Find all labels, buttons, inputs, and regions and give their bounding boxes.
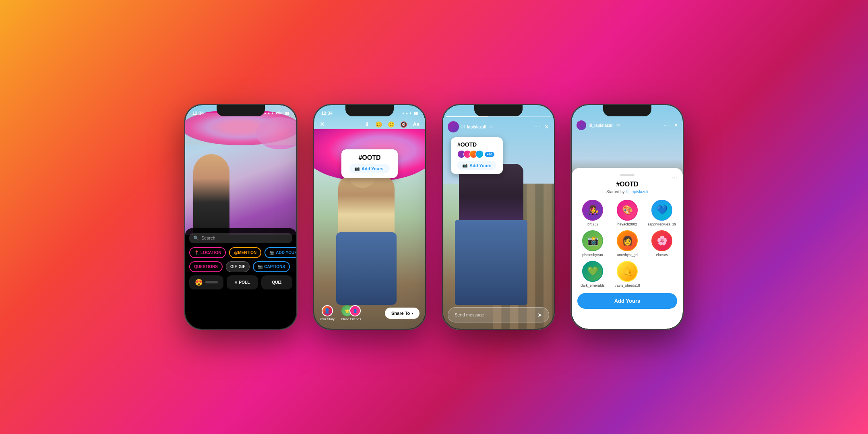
name-travis: travis_shreds18 xyxy=(614,283,640,287)
story-user-info: lil_lapislazuli 3h xyxy=(448,121,493,132)
quiz-label: QUIZ xyxy=(272,280,281,285)
avatar-emoji-5: 👩 xyxy=(622,236,633,246)
send-icon[interactable]: ➤ xyxy=(537,312,542,318)
wifi-icon: WiFi xyxy=(276,111,283,115)
emoji-sticker-icon[interactable]: 😊 xyxy=(375,121,382,128)
modal-handle xyxy=(620,174,634,176)
modal-subtitle-4: Started by lil_lapislazuli xyxy=(577,190,677,194)
close-friends-label: Close Friends xyxy=(341,317,361,321)
add-yours-modal-btn[interactable]: Add Yours xyxy=(577,293,677,309)
camera-icon-3: 📷 xyxy=(462,163,468,168)
sticker-icon[interactable]: 🙂 xyxy=(388,121,395,128)
addyours-sticker[interactable]: 📷 ADD YOURS xyxy=(265,247,296,258)
story-time-3: 3h xyxy=(489,125,493,129)
poll-sticker[interactable]: ≡ POLL xyxy=(227,275,258,289)
participant-5[interactable]: 👩 amethyst_grl xyxy=(612,230,643,257)
participant-4[interactable]: 📸 photosbyean xyxy=(577,230,608,257)
questions-sticker[interactable]: QUESTIONS xyxy=(189,261,223,272)
more-icon-4[interactable]: ··· xyxy=(663,122,671,128)
story-avatar-4 xyxy=(577,120,586,130)
avatar-emoji-7: 💚 xyxy=(587,266,598,277)
avatar-heyach2002: 🎨 xyxy=(617,200,638,221)
text-icon[interactable]: Aa xyxy=(413,121,420,127)
share-to-button[interactable]: Share To › xyxy=(385,308,420,319)
search-bar[interactable]: 🔍 Search xyxy=(189,233,292,243)
name-amethyst: amethyst_grl xyxy=(617,253,638,257)
phone-3: lil_lapislazuli 3h ··· ✕ #OOTD +20 xyxy=(442,104,555,330)
story-toolbar-2: ✕ ⬇ 😊 🙂 🔇 Aa xyxy=(314,118,425,130)
poll-icon: ≡ xyxy=(235,280,238,285)
search-icon: 🔍 xyxy=(193,236,199,241)
progress-fill xyxy=(446,116,488,117)
participant-7[interactable]: 💚 dark_emeralds xyxy=(577,261,608,287)
emoji-sticker[interactable]: 😍 xyxy=(189,275,223,289)
addyours-label: ADD YOURS xyxy=(276,250,296,255)
participant-6[interactable]: 🌸 eloears xyxy=(647,230,677,257)
avatar-emoji-8: 🤙 xyxy=(622,266,633,277)
mention-label: @MENTION xyxy=(234,250,256,255)
signal-icon: ▲▲▲ xyxy=(263,111,274,115)
add-yours-label-3: Add Yours xyxy=(469,163,492,168)
time-4: 3h xyxy=(616,123,620,127)
captions-sticker[interactable]: 📷 CAPTIONS xyxy=(253,261,290,272)
hashtag-sticker-2[interactable]: #OOTD 📷 Add Yours xyxy=(341,149,398,178)
name-dark-emeralds: dark_emeralds xyxy=(581,283,605,287)
more-icon-3[interactable]: ··· xyxy=(533,123,541,130)
location-sticker[interactable]: 📍 LOCATION xyxy=(189,247,226,258)
location-label: LOCATION xyxy=(200,250,221,255)
sticker-row-2: QUESTIONS GIF GIF 📷 CAPTIONS xyxy=(189,261,292,272)
add-yours-story-3[interactable]: 📷 Add Yours xyxy=(457,161,496,170)
add-yours-modal: ··· #OOTD Started by lil_lapislazuli 👩‍🎤… xyxy=(572,168,683,329)
time-2: 12:34 xyxy=(321,111,333,116)
story-options-row: 👤 Your Story ⭐ 👤 Close Friends xyxy=(320,305,361,321)
your-story-avatar: 👤 xyxy=(322,305,333,316)
story-username-3: lil_lapislazuli xyxy=(461,125,486,129)
avatar-emoji-1: 👩‍🎤 xyxy=(587,205,598,215)
chevron-right-icon: › xyxy=(411,311,413,316)
modal-more-btn[interactable]: ··· xyxy=(672,174,677,182)
participant-2[interactable]: 🎨 heyach2002 xyxy=(612,200,643,226)
participant-8[interactable]: 🤙 travis_shreds18 xyxy=(612,261,643,287)
quiz-sticker[interactable]: QUIZ xyxy=(261,275,292,289)
close-icon-4[interactable]: ✕ xyxy=(674,122,678,128)
gif-sticker[interactable]: GIF GIF xyxy=(226,261,250,272)
participants-grid: 👩‍🎤 lofti232 🎨 heyach2002 💙 xyxy=(577,200,677,287)
close-icon-3[interactable]: ✕ xyxy=(544,124,549,130)
story-user-avatar xyxy=(448,121,459,132)
message-bar-3[interactable]: Send message ➤ xyxy=(448,307,549,322)
your-story-label: Your Story xyxy=(320,317,335,321)
poll-label: POLL xyxy=(239,280,250,285)
modal-title-4: #OOTD xyxy=(577,181,677,188)
share-to-label: Share To xyxy=(391,311,410,316)
avatar-amethyst: 👩 xyxy=(617,230,638,251)
battery-icon-2: ▮▮ xyxy=(414,111,418,115)
captions-icon: 📷 xyxy=(258,265,262,269)
phones-container: 12:34 ▲▲▲ WiFi ▮▮ 🔍 Search 📍 xyxy=(0,0,868,434)
participant-1[interactable]: 👩‍🎤 lofti232 xyxy=(577,200,608,226)
captions-label: CAPTIONS xyxy=(264,265,285,269)
avatar-lofti232: 👩‍🎤 xyxy=(582,200,603,221)
story-progress-3 xyxy=(446,116,551,117)
mute-icon[interactable]: 🔇 xyxy=(400,121,407,128)
avatar-emoji-3: 💙 xyxy=(657,205,668,215)
close-friends-avatar2: 👤 xyxy=(349,305,361,316)
name-eloears: eloears xyxy=(656,253,668,257)
add-yours-inline-2[interactable]: 📷 Add Yours xyxy=(349,164,390,173)
modal-starter: lil_lapislazuli xyxy=(626,190,648,194)
sticker-row-3: 😍 ≡ POLL QUIZ xyxy=(189,275,292,289)
story-share-area: 👤 Your Story ⭐ 👤 Close Friends Share To xyxy=(314,300,425,329)
hashtag-sticker-3[interactable]: #OOTD +20 📷 Add Yours xyxy=(451,137,503,174)
close-icon-2[interactable]: ✕ xyxy=(320,120,325,128)
phone-1: 12:34 ▲▲▲ WiFi ▮▮ 🔍 Search 📍 xyxy=(184,104,297,330)
name-sapphireblues: sapphireblues_19 xyxy=(647,222,676,226)
name-heyach2002: heyach2002 xyxy=(617,222,637,226)
hashtag-text-2: #OOTD xyxy=(349,154,390,161)
gif-label: GIF xyxy=(239,265,246,269)
message-placeholder: Send message xyxy=(455,312,484,317)
avatar-travis: 🤙 xyxy=(617,261,638,282)
avatar-photosbyean: 📸 xyxy=(582,230,603,251)
download-icon[interactable]: ⬇ xyxy=(365,121,370,128)
participant-3[interactable]: 💙 sapphireblues_19 xyxy=(647,200,677,226)
mention-sticker[interactable]: @MENTION xyxy=(229,247,261,258)
avatar-dark-emeralds: 💚 xyxy=(582,261,603,282)
